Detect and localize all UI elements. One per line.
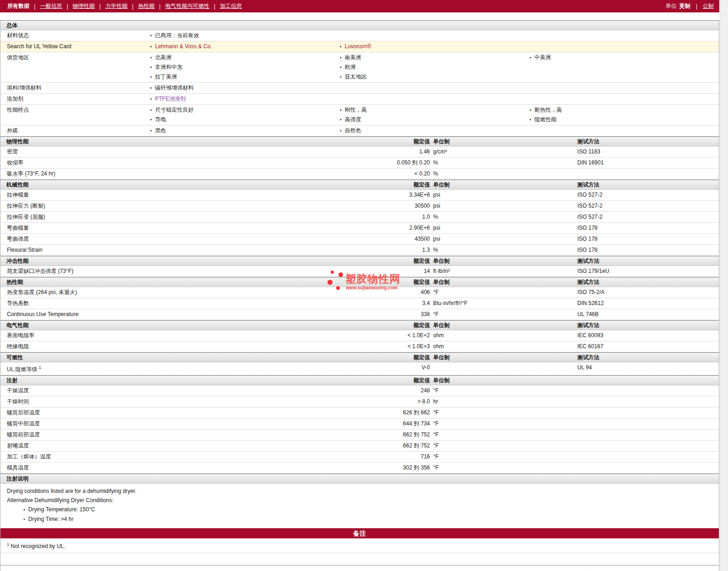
row-values-column: •黑色 [147, 126, 336, 136]
bullet-icon: • [147, 126, 155, 136]
footnote: 1 Not recognized by UL. [0, 538, 719, 553]
property-value: 30500 [153, 201, 430, 211]
col-head-method: 测试方法 [574, 181, 719, 188]
property-label: 吸水率 (73°F, 24 hr) [0, 169, 153, 179]
col-head-method: 测试方法 [574, 354, 719, 361]
content-area: 总体 材料状态•已商用：当前有效Search for UL Yellow Car… [0, 20, 719, 571]
property-unit: °F [430, 430, 574, 440]
nav-tab-0[interactable]: 所有数据 [7, 2, 29, 10]
nav-tabs: 所有数据|一般信息|物理性能|力学性能|热性能|电气性能与可燃性|加工信息 [6, 2, 244, 10]
bullet-icon: • [336, 53, 345, 62]
property-value: 302 到 356 [153, 463, 430, 473]
units-label: 单位 [666, 2, 677, 10]
scrollbar[interactable] [720, 0, 728, 571]
top-nav: 所有数据|一般信息|物理性能|力学性能|热性能|电气性能与可燃性|加工信息 单位… [0, 0, 719, 12]
nav-tab-6[interactable]: 加工信息 [220, 2, 242, 10]
unit-imperial[interactable]: 英制 [679, 2, 690, 10]
property-label: 导热系数 [0, 298, 153, 309]
bullet-item: •自然色 [336, 126, 526, 136]
bullet-text: 非洲和中东 [155, 62, 183, 72]
section-title: 冲击性能 [0, 258, 153, 264]
row-values-column: •尺寸稳定性良好•导电 [147, 105, 336, 124]
test-method [574, 396, 719, 407]
row-values-column: •PTFE润滑剂 [147, 94, 336, 104]
row-label: 填料/增强材料 [0, 83, 147, 93]
row-values-column: •Lehmann & Voss & Co. [147, 42, 336, 51]
nav-tab-2[interactable]: 物理性能 [73, 2, 95, 10]
bullet-item: •阻燃性能 [526, 115, 719, 124]
test-method: ISO 75-2/A [574, 287, 719, 298]
property-value: 1.46 [153, 147, 430, 157]
test-method: IEC 60093 [574, 330, 719, 341]
property-value: 338 [153, 309, 430, 320]
property-row: 简支梁缺口冲击强度 (73°F)14ft·lb/in²ISO 179/1eU [0, 266, 719, 277]
col-head-value: 额定值 [153, 322, 430, 328]
property-row: 表面电阻率< 1.0E+2ohmIEC 60093 [0, 330, 719, 341]
property-label: 收缩率 [0, 158, 153, 168]
test-method: ISO 527-2 [574, 201, 719, 211]
bullet-icon: • [147, 42, 155, 51]
property-value: V-0 [153, 362, 430, 375]
overview-row: 添加剂•PTFE润滑剂 [0, 94, 719, 105]
col-head-method: 测试方法 [574, 258, 719, 264]
test-method [574, 452, 719, 462]
property-label: 绝缘电阻 [0, 341, 153, 352]
bullet-text: 阻燃性能 [535, 115, 557, 124]
bullet-icon: • [147, 53, 155, 62]
nav-tab-1[interactable]: 一般信息 [40, 2, 62, 10]
row-values-column: •中美洲 [526, 53, 719, 82]
property-label: 热变形温度 (264 psi, 未退火) [0, 287, 153, 298]
property-unit: % [430, 212, 574, 222]
bullet-item: •Lehmann & Voss & Co. [147, 42, 336, 51]
footnote-text: Not recognized by UL. [9, 543, 65, 549]
property-unit: °F [430, 418, 574, 429]
footer: UL Powered by IDES UL and the UL logo ar… [0, 565, 719, 571]
property-row: 射嘴温度662 到 752°F [0, 441, 719, 452]
nav-separator: | [34, 3, 35, 10]
test-method: DIN 16901 [574, 158, 719, 168]
test-method [574, 418, 719, 429]
unit-metric-link[interactable]: 公制 [703, 2, 714, 10]
row-values-column [526, 31, 719, 40]
bullet-item: •中美洲 [526, 53, 719, 62]
bullet-icon: • [147, 94, 155, 104]
bullet-item: •北美洲 [147, 53, 336, 62]
value-link[interactable]: PTFE润滑剂 [155, 94, 186, 104]
section-header: 物理性能额定值单位制测试方法 [0, 136, 719, 147]
value-link[interactable]: Lehmann & Voss & Co. [155, 42, 212, 51]
property-value: 14 [153, 266, 430, 277]
injection-notes: Drying conditions listed are for a dehum… [0, 484, 719, 528]
bullet-text: 自然色 [345, 126, 361, 136]
section-header-overview: 总体 [0, 20, 719, 30]
bullet-icon: • [526, 53, 535, 62]
nav-tab-3[interactable]: 力学性能 [105, 2, 127, 10]
col-head-value: 额定值 [153, 181, 430, 188]
property-row: 收缩率0.050 到 0.20%DIN 16901 [0, 158, 719, 169]
property-row: 绝缘电阻< 1.0E+3ohmIEC 60167 [0, 341, 719, 352]
overview-row: 材料状态•已商用：当前有效 [0, 30, 719, 41]
bullet-text: 欧洲 [345, 62, 356, 72]
row-values-column: •耐热性，高•阻燃性能 [526, 105, 719, 124]
row-values-column: •自然色 [336, 126, 526, 136]
bullet-text: 导电 [155, 115, 166, 124]
property-row: 干燥温度248°F [0, 385, 719, 396]
nav-tab-4[interactable]: 热性能 [138, 2, 155, 10]
property-row: Continuous Use Temperature338°FUL 746B [0, 309, 719, 320]
overview-row: 供货地区•北美洲•非洲和中东•拉丁美洲•南美洲•欧洲•亚太地区•中美洲 [0, 52, 719, 83]
row-values-column: •北美洲•非洲和中东•拉丁美洲 [147, 53, 336, 82]
property-label: 弯曲强度 [0, 234, 153, 244]
col-head-method [574, 377, 719, 384]
property-label: UL 阻燃等级 1 [0, 362, 153, 375]
col-head-value: 额定值 [153, 354, 430, 361]
property-unit: °F [430, 385, 574, 396]
property-value: 716 [153, 452, 430, 462]
bullet-icon: • [336, 42, 345, 51]
bullet-text: 黑色 [155, 126, 166, 136]
section-header: 冲击性能额定值单位制测试方法 [0, 256, 719, 266]
col-head-unit: 单位制 [430, 138, 574, 145]
property-unit: °F [430, 463, 574, 473]
value-link[interactable]: Luvocom® [345, 42, 372, 51]
nav-tab-5[interactable]: 电气性能与可燃性 [165, 2, 209, 10]
bullet-icon: • [336, 126, 345, 136]
note-bullet-text: Drying Temperature: 150°C [28, 505, 95, 514]
